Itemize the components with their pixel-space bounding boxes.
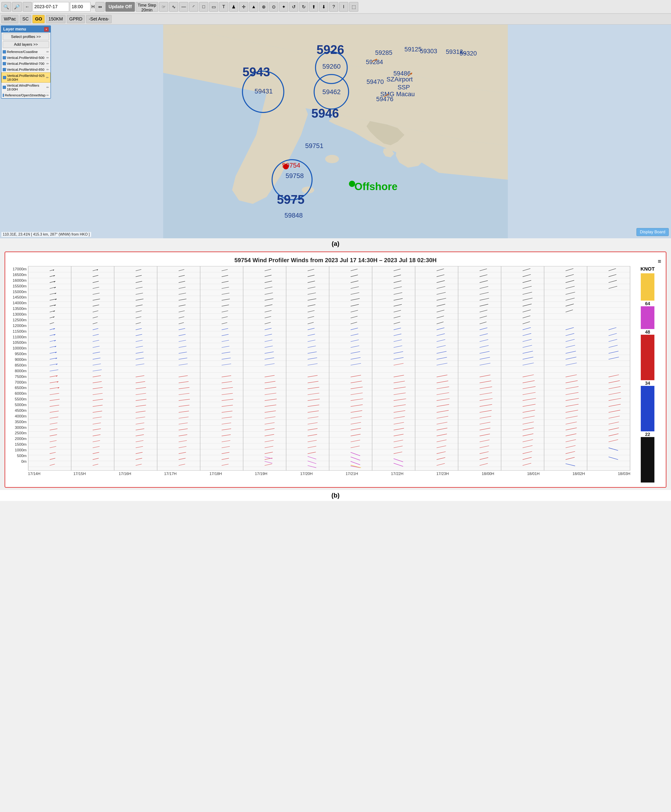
layer-pencil-wind925[interactable]: ✏ — [46, 76, 49, 79]
layer-item-wind850[interactable]: Vertical.ProfilerWind-850 ✏ — [2, 67, 51, 73]
chart-container: 17000m 16500m 16000m 15500m 15000m 14500… — [10, 266, 661, 483]
arc-button[interactable]: ◜ — [189, 2, 198, 12]
layer-menu-header: Layer menu × — [2, 26, 51, 32]
layer-pencil-wind700[interactable]: ✏ — [46, 62, 49, 65]
chart-menu-icon[interactable]: ≡ — [658, 258, 661, 265]
x-axis: 17/14H 17/15H 17/16H 17/17H 17/18H 17/19… — [10, 472, 630, 476]
legend-color-yellow — [641, 273, 654, 300]
triangle-button[interactable]: ▲ — [249, 2, 258, 12]
legend-color-magenta-bright — [641, 306, 654, 329]
figure-a-label: (a) — [0, 238, 671, 249]
legend-title: KNOT — [640, 266, 655, 272]
layer-checkbox-wind500[interactable] — [3, 56, 6, 59]
figure-b-label: (b) — [0, 490, 671, 501]
time-step-button[interactable]: Time Step20min — [136, 2, 158, 12]
star-button[interactable]: ✦ — [279, 2, 288, 12]
layer-label-windprofilers: Vertical.WindProfilers18:00H — [7, 84, 46, 91]
update-off-button[interactable]: Update Off — [106, 2, 135, 12]
export-button[interactable]: ⬚ — [349, 2, 358, 12]
help-button[interactable]: ? — [329, 2, 338, 12]
hand-icon-button[interactable]: ☞ — [159, 2, 168, 12]
layer-pencil-wind850[interactable]: ✏ — [46, 68, 49, 72]
zoom-out-button[interactable]: 🔎 — [12, 2, 22, 12]
layer-item-windprofilers[interactable]: Vertical.WindProfilers18:00H ✏ — [2, 82, 51, 92]
layer-pencil-windprofilers[interactable]: ✏ — [46, 85, 49, 89]
legend-color-red — [641, 335, 654, 380]
layer-checkbox-wind925[interactable] — [3, 76, 6, 79]
layer-checkbox-coastline[interactable] — [3, 50, 6, 53]
layer-checkbox-wind700[interactable] — [3, 62, 6, 65]
legend-num-34: 34 — [645, 380, 650, 386]
info-button[interactable]: I — [339, 2, 348, 12]
zoom-in-button[interactable]: 🔍 — [2, 2, 11, 12]
circle-button[interactable]: ⊙ — [269, 2, 278, 12]
rect-button[interactable]: □ — [199, 2, 208, 12]
add-layers-button[interactable]: Add layers >> — [3, 41, 49, 48]
chart-section: 59754 Wind Profiler Winds from 2023 Jul … — [5, 251, 666, 488]
legend-num-48: 48 — [645, 329, 650, 335]
arrows-button[interactable]: ⇔ — [95, 2, 105, 12]
layer-item-wind700[interactable]: Vertical.ProfilerWind-700 ✏ — [2, 61, 51, 67]
set-area-button[interactable]: -Set Area- — [86, 15, 112, 23]
chess-button[interactable]: ♟ — [229, 2, 238, 12]
layer-menu-title: Layer menu — [3, 27, 26, 32]
chart-plot-area — [28, 266, 630, 471]
cross-button[interactable]: ✛ — [239, 2, 248, 12]
chart-title: 59754 Wind Profiler Winds from 2023 Jul … — [234, 257, 437, 264]
chart-wrapper: 17000m 16500m 16000m 15500m 15000m 14500… — [10, 266, 630, 471]
svg-point-9 — [301, 187, 314, 193]
y-axis: 17000m 16500m 16000m 15500m 15000m 14500… — [10, 266, 28, 471]
layer-item-wind500[interactable]: Vertical.ProfilerWind-500 ✏ — [2, 55, 51, 61]
legend-block-0-22 — [640, 437, 656, 483]
layer-menu-close-button[interactable]: × — [44, 27, 49, 32]
date-input[interactable] — [33, 2, 69, 12]
go-tab[interactable]: GO — [32, 15, 44, 23]
text-button[interactable]: T — [219, 2, 228, 12]
layer-label-wind850: Vertical.ProfilerWind-850 — [7, 68, 46, 72]
back-button[interactable]: ← — [23, 2, 32, 12]
legend-color-black — [641, 437, 654, 483]
layer-checkbox-wind850[interactable] — [3, 68, 6, 71]
150km-tab[interactable]: 150KM — [46, 15, 65, 23]
display-board-button[interactable]: Display Board — [637, 228, 669, 236]
layer-label-wind500: Vertical.ProfilerWind-500 — [7, 56, 46, 60]
legend-num-64: 64 — [645, 301, 650, 306]
undo-button[interactable]: ↺ — [289, 2, 298, 12]
layer-pencil-osm[interactable]: ✏ — [46, 94, 49, 97]
time-unit-label: H — [91, 4, 95, 9]
select-profiles-button[interactable]: Select profiles >> — [3, 33, 49, 40]
up-arrow-button[interactable]: ⬆ — [309, 2, 318, 12]
wpac-tab[interactable]: WPac — [2, 15, 19, 23]
layer-menu: Layer menu × Select profiles >> Add laye… — [1, 26, 51, 99]
layer-item-coastline[interactable]: Reference/Coastline ✏ — [2, 49, 51, 55]
layer-label-coastline: Reference/Coastline — [7, 50, 46, 54]
legend-block-22-34 — [640, 386, 656, 432]
sc-tab[interactable]: SC — [20, 15, 31, 23]
layer-item-osm[interactable]: Reference/OpenStreetMap ✏ — [2, 92, 51, 98]
layer-checkbox-windprofilers[interactable] — [3, 86, 6, 89]
layer-label-osm: Reference/OpenStreetMap — [5, 93, 46, 97]
time-input[interactable] — [70, 2, 90, 12]
legend-color-blue — [641, 386, 654, 432]
map-svg — [0, 25, 671, 238]
layer-pencil-coastline[interactable]: ✏ — [46, 50, 49, 54]
layer-item-wind925[interactable]: Vertical.ProfilerWind-92518:00H ✏ — [2, 73, 51, 82]
svg-point-8 — [325, 155, 339, 163]
rect2-button[interactable]: ▭ — [209, 2, 218, 12]
line-button[interactable]: — — [179, 2, 188, 12]
down-arrow-button[interactable]: ⬇ — [319, 2, 328, 12]
map-area[interactable]: Layer menu × Select profiles >> Add laye… — [0, 25, 671, 238]
legend-block-64plus — [640, 273, 656, 300]
layer-checkbox-osm[interactable] — [3, 94, 4, 97]
redo-button[interactable]: ↻ — [299, 2, 308, 12]
wave-button[interactable]: ∿ — [169, 2, 178, 12]
coordinate-display: 110.31E, 23.41N [ 415.3 km, 287° (WNW) f… — [2, 232, 91, 237]
legend-block-34-48 — [640, 335, 656, 380]
legend-block-48-64 — [640, 306, 656, 329]
second-toolbar: WPac SC GO 150KM GPRD -Set Area- — [0, 14, 671, 25]
target-button[interactable]: ⊕ — [259, 2, 268, 12]
gprd-tab[interactable]: GPRD — [67, 15, 85, 23]
layer-label-wind925: Vertical.ProfilerWind-92518:00H — [7, 74, 45, 82]
layer-pencil-wind500[interactable]: ✏ — [46, 56, 49, 60]
legend-num-22: 22 — [645, 432, 650, 437]
